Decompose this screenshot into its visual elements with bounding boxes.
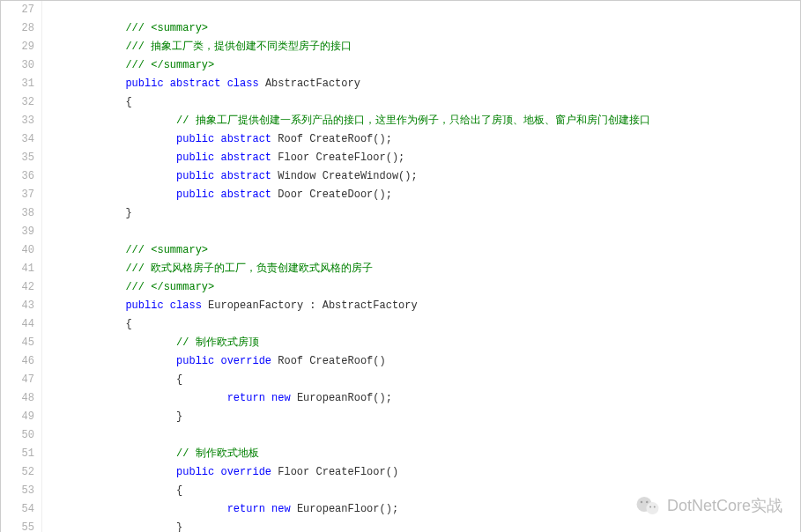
token-ty: EuropeanRoof (297, 392, 373, 404)
token-kw: public (176, 355, 214, 367)
code-content[interactable]: return new EuropeanRoof(); (49, 389, 800, 408)
token-kw: override (220, 466, 271, 478)
token-pn: () (373, 355, 385, 367)
line-number: 27 (1, 1, 42, 19)
token-ty: Floor (278, 151, 309, 164)
code-content[interactable] (49, 426, 800, 445)
code-line[interactable]: 31 public abstract class AbstractFactory (1, 75, 800, 93)
token-pn: (); (398, 170, 418, 182)
line-number: 47 (1, 371, 42, 389)
token-kw: public (176, 188, 214, 201)
code-content[interactable]: // 制作欧式地板 (49, 445, 800, 463)
code-line[interactable]: 39 (1, 223, 800, 241)
code-line[interactable]: 52 public override Floor CreateFloor() (1, 463, 800, 482)
code-content[interactable]: /// <summary> (49, 241, 800, 260)
code-line[interactable]: 48 return new EuropeanRoof(); (1, 389, 800, 408)
code-content[interactable]: /// 抽象工厂类，提供创建不同类型房子的接口 (49, 38, 800, 56)
code-content[interactable]: { (49, 482, 800, 500)
token-ty: Floor (278, 466, 309, 478)
code-line[interactable]: 36 public abstract Window CreateWindow()… (1, 167, 800, 186)
code-content[interactable]: // 制作欧式房顶 (49, 334, 800, 352)
token-pn: { (125, 318, 131, 330)
token-pn: { (125, 96, 131, 108)
line-number: 45 (1, 334, 42, 352)
token-kw: abstract (170, 78, 221, 90)
code-content[interactable]: public abstract Door CreateDoor(); (49, 186, 800, 204)
code-content[interactable]: { (49, 315, 800, 334)
code-content[interactable]: { (49, 371, 800, 389)
token-kw: class (227, 78, 259, 90)
code-line[interactable]: 43 public class EuropeanFactory : Abstra… (1, 297, 800, 315)
line-number: 51 (1, 445, 42, 463)
code-content[interactable]: /// </summary> (49, 278, 800, 297)
code-line[interactable]: 27 (1, 1, 800, 19)
code-content[interactable] (49, 1, 800, 19)
token-id: CreateRoof (309, 133, 373, 145)
code-line[interactable]: 54 return new EuropeanFloor(); (1, 500, 800, 519)
code-content[interactable] (49, 223, 800, 241)
code-line[interactable]: 50 (1, 426, 800, 445)
code-content[interactable]: public abstract Roof CreateRoof(); (49, 130, 800, 149)
token-kw: public (176, 133, 214, 145)
token-pn: (); (380, 503, 399, 515)
code-line[interactable]: 44 { (1, 315, 800, 334)
code-line[interactable]: 38 } (1, 204, 800, 223)
token-pn: { (176, 373, 182, 386)
code-line[interactable]: 37 public abstract Door CreateDoor(); (1, 186, 800, 204)
code-content[interactable]: /// <summary> (49, 19, 800, 38)
code-line[interactable]: 42 /// </summary> (1, 278, 800, 297)
token-cm: /// </summary> (125, 59, 214, 71)
code-line[interactable]: 47 { (1, 371, 800, 389)
code-content[interactable]: public abstract Floor CreateFloor(); (49, 149, 800, 167)
token-ty: Door (278, 188, 303, 201)
code-line[interactable]: 29 /// 抽象工厂类，提供创建不同类型房子的接口 (1, 38, 800, 56)
token-kw: public (125, 299, 163, 312)
code-editor[interactable]: 27 28 /// <summary>29 /// 抽象工厂类，提供创建不同类型… (0, 0, 801, 532)
code-line[interactable]: 53 { (1, 482, 800, 500)
token-kw: new (271, 392, 291, 404)
token-cm: // 制作欧式房顶 (176, 336, 259, 349)
code-content[interactable]: /// 欧式风格房子的工厂，负责创建欧式风格的房子 (49, 260, 800, 278)
code-content[interactable]: /// </summary> (49, 56, 800, 75)
code-content[interactable]: // 抽象工厂提供创建一系列产品的接口，这里作为例子，只给出了房顶、地板、窗户和… (49, 112, 800, 130)
code-content[interactable]: public abstract class AbstractFactory (49, 75, 800, 93)
token-kw: abstract (220, 151, 271, 164)
code-content[interactable]: public override Roof CreateRoof() (49, 352, 800, 371)
code-content[interactable]: } (49, 519, 800, 532)
line-number: 37 (1, 186, 42, 204)
token-kw: public (176, 170, 214, 182)
line-number: 32 (1, 93, 42, 112)
code-line[interactable]: 41 /// 欧式风格房子的工厂，负责创建欧式风格的房子 (1, 260, 800, 278)
code-line[interactable]: 45 // 制作欧式房顶 (1, 334, 800, 352)
code-line[interactable]: 34 public abstract Roof CreateRoof(); (1, 130, 800, 149)
line-number: 35 (1, 149, 42, 167)
token-ty: Roof (278, 133, 303, 145)
code-content[interactable]: public class EuropeanFactory : AbstractF… (49, 297, 800, 315)
code-line[interactable]: 35 public abstract Floor CreateFloor(); (1, 149, 800, 167)
token-pn: { (176, 484, 182, 497)
code-content[interactable]: } (49, 204, 800, 223)
code-line[interactable]: 33 // 抽象工厂提供创建一系列产品的接口，这里作为例子，只给出了房顶、地板、… (1, 112, 800, 130)
code-content[interactable]: public override Floor CreateFloor() (49, 463, 800, 482)
line-number: 52 (1, 463, 42, 482)
code-line[interactable]: 30 /// </summary> (1, 56, 800, 75)
code-line[interactable]: 49 } (1, 408, 800, 426)
code-line[interactable]: 55 } (1, 519, 800, 532)
code-line[interactable]: 46 public override Roof CreateRoof() (1, 352, 800, 371)
code-line[interactable]: 51 // 制作欧式地板 (1, 445, 800, 463)
token-ty: EuropeanFactory (208, 299, 303, 312)
code-line[interactable]: 32 { (1, 93, 800, 112)
code-content[interactable]: { (49, 93, 800, 112)
token-cm: // 制作欧式地板 (176, 447, 259, 460)
code-line[interactable]: 40 /// <summary> (1, 241, 800, 260)
token-cm: // 抽象工厂提供创建一系列产品的接口，这里作为例子，只给出了房顶、地板、窗户和… (176, 115, 650, 127)
code-content[interactable]: } (49, 408, 800, 426)
code-content[interactable]: public abstract Window CreateWindow(); (49, 167, 800, 186)
token-kw: abstract (220, 188, 271, 201)
code-line[interactable]: 28 /// <summary> (1, 19, 800, 38)
line-number: 42 (1, 278, 42, 297)
token-pn: } (125, 207, 131, 219)
token-kw: new (271, 503, 291, 515)
token-kw: override (220, 355, 271, 367)
code-content[interactable]: return new EuropeanFloor(); (49, 500, 800, 519)
